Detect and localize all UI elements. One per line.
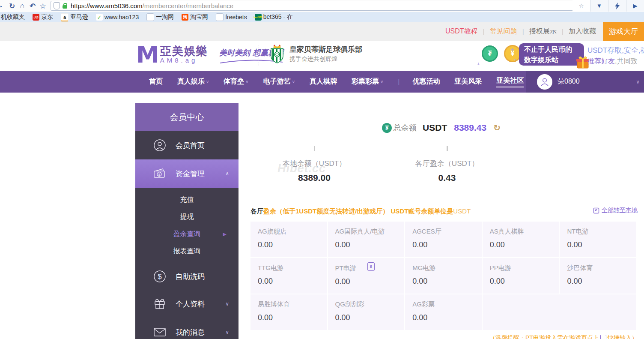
promo-line1: USDT存取,安全,稳: [587, 45, 644, 56]
sidebar-item-messages[interactable]: 我的消息 ∨: [135, 318, 239, 339]
bookmark-star-icon[interactable]: ☆: [572, 0, 590, 12]
url-domain: https://www.am5036.com: [71, 2, 143, 9]
bookmark-phone-favorites[interactable]: 手机收藏夹: [0, 13, 25, 21]
nav-lottery[interactable]: 彩票彩票∨: [352, 77, 383, 86]
user-icon: [540, 77, 550, 87]
hall-value: 0.00: [258, 277, 327, 286]
dropdown-icon[interactable]: ▼: [590, 0, 608, 12]
transfer-all-label: 全部转至本地: [602, 207, 638, 214]
chevron-down-icon: ∨: [225, 301, 229, 307]
sidebar-item-rebate[interactable]: $ 自助洗码: [135, 263, 239, 290]
refresh-balance-icon[interactable]: ↻: [493, 123, 501, 133]
hall-as-live[interactable]: AS真人棋牌 0.00: [483, 222, 559, 257]
link-authorization[interactable]: 授权展示: [529, 27, 557, 36]
favorites-star-icon[interactable]: ☆: [38, 2, 48, 11]
hall-name: AS真人棋牌: [490, 228, 559, 236]
hall-name: PT电游: [335, 264, 356, 273]
hall-name: MG电游: [412, 264, 482, 272]
nav-promotions[interactable]: 优惠活动: [412, 77, 440, 86]
nav-slots[interactable]: 电子游艺∨: [263, 77, 295, 86]
user-menu[interactable]: 荣0800 ∨: [526, 71, 644, 93]
total-balance-label: 总余额: [394, 123, 417, 133]
bookmark-amazon[interactable]: a 亚马逊: [61, 13, 88, 21]
sidebar-sub-balance-query[interactable]: 盈余查询 ▶: [135, 225, 239, 243]
forward-icon[interactable]: →: [0, 1, 3, 10]
refresh-icon[interactable]: ↻: [7, 2, 17, 11]
stat-tick: [447, 146, 448, 151]
hall-name: AGCES厅: [412, 228, 482, 236]
hall-value: 0.00: [490, 277, 559, 286]
separator: |: [562, 28, 564, 36]
sidebar-item-label: 个人资料: [176, 299, 205, 309]
bookmark-jd[interactable]: JD 京东: [33, 13, 53, 21]
footer-reminder-text: 快捷转入）: [608, 334, 638, 339]
hall-value: 0.00: [412, 277, 482, 286]
taobao-favicon-icon: 淘: [182, 14, 188, 21]
hall-mg[interactable]: MG电游 0.00: [405, 258, 482, 294]
play-icon[interactable]: ▶: [626, 0, 644, 12]
usdt-coin-icon: ₮: [482, 45, 498, 62]
page-favicon-icon: [216, 13, 224, 21]
nav-showcase[interactable]: 亚美风采: [454, 77, 482, 86]
nav-sports[interactable]: 体育垒∨: [224, 77, 248, 86]
sidebar-item-funds[interactable]: $ 资金管理 ∧: [135, 159, 239, 188]
dollar-circle-icon: $: [152, 270, 167, 283]
hall-agces[interactable]: AGCES厅 0.00: [405, 222, 482, 257]
nav-live-casino[interactable]: 真人娱乐∨: [177, 77, 209, 86]
hall-value: 0.00: [567, 277, 636, 286]
logo-m-icon: M: [136, 44, 158, 66]
hall-qg[interactable]: QG刮刮彩 0.00: [328, 294, 405, 330]
bookmark-taobao[interactable]: 淘 淘宝网: [182, 13, 208, 21]
hall-name: QG刮刮彩: [335, 300, 405, 309]
bookmark-hao123[interactable]: ✓ www.hao123: [96, 14, 139, 21]
hall-nt[interactable]: NT电游 0.00: [560, 222, 636, 257]
promo-text: USDT存取,安全,稳 推荐好友,共同致: [587, 45, 644, 66]
sidebar-sub-withdraw[interactable]: 提现: [135, 208, 239, 225]
sparkle-icon: +: [510, 46, 514, 53]
site-logo[interactable]: M 亞美娛樂 AM8.ag: [136, 44, 208, 66]
address-bar[interactable]: https://www.am5036.com/membercenter/memb…: [51, 1, 589, 11]
lightning-icon[interactable]: [608, 0, 626, 12]
hall-ag-lottery[interactable]: AG彩票 0.00: [405, 294, 482, 330]
page: → ↻ ⌂ ↶ ☆ https://www.am5036.com/memberc…: [0, 0, 644, 339]
sidebar-item-label: 我的消息: [176, 327, 205, 337]
sidebar-item-member-home[interactable]: 会员首页: [135, 131, 239, 159]
link-add-favorite[interactable]: 加入收藏: [569, 27, 596, 36]
bookmark-bet365[interactable]: bet 365 bet365 - 在: [255, 13, 293, 21]
hall-ttg[interactable]: TTG电游 0.00: [250, 258, 327, 294]
nav-separator: |: [398, 78, 400, 86]
main-nav: 首页 真人娱乐∨ 体育垒∨ 电子游艺∨ 真人棋牌 彩票彩票∨ | 优惠活动 亚美…: [0, 71, 644, 93]
link-faq[interactable]: 常见问题: [490, 27, 517, 36]
sidebar-sub-report-query[interactable]: 报表查询: [135, 243, 239, 260]
bookmark-etao[interactable]: 一淘网: [146, 13, 174, 21]
link-usdt-tutorial[interactable]: USDT教程: [445, 27, 478, 36]
game-hall-button[interactable]: 游戏大厅: [603, 22, 644, 41]
promo-bubble: 不止于人民币的 数字娱乐站: [519, 43, 584, 66]
section-unit: USDT: [453, 207, 471, 215]
undo-icon[interactable]: ↶: [27, 2, 38, 11]
hall-ag-flagship[interactable]: AG旗舰店 0.00: [250, 222, 327, 257]
hall-saba[interactable]: 沙巴体育 0.00: [560, 258, 636, 294]
shield-icon: [54, 2, 60, 9]
sidebar-sub-deposit[interactable]: 充值: [135, 191, 239, 208]
hall-pt[interactable]: PT电游 ¥ 0.00: [328, 258, 405, 294]
total-balance-currency: USDT: [423, 123, 447, 133]
bookmark-freebets[interactable]: freebets: [216, 13, 247, 21]
hall-pp[interactable]: PP电游 0.00: [483, 258, 559, 294]
nav-community[interactable]: 亚美社区: [496, 76, 524, 87]
chevron-down-icon: ∨: [225, 329, 229, 335]
nav-home[interactable]: 首页: [149, 77, 163, 86]
hall-value: 0.00: [335, 313, 405, 322]
hall-ag-international[interactable]: AG国际真人/电游 0.00: [328, 222, 405, 257]
total-balance-value: 8389.43: [454, 123, 486, 133]
sidebar-item-profile[interactable]: 个人资料 ∨: [135, 290, 239, 318]
hall-name: TTG电游: [258, 264, 327, 272]
bookmarks-bar: 手机收藏夹 JD 京东 a 亚马逊 ✓ www.hao123 一淘网 淘 淘宝网…: [0, 12, 644, 23]
hall-ysb[interactable]: 易胜博体育 0.00: [250, 294, 327, 330]
home-icon[interactable]: ⌂: [17, 2, 27, 10]
local-balance-label: 本地余额（USDT）: [256, 159, 372, 168]
partner-betis[interactable]: 皇家贝蒂斯足球俱乐部 携手奋进共创辉煌: [269, 44, 362, 64]
pt-wallet-icon[interactable]: ¥: [367, 262, 375, 271]
transfer-all-link[interactable]: 全部转至本地: [593, 207, 638, 214]
nav-board-games[interactable]: 真人棋牌: [310, 77, 337, 86]
